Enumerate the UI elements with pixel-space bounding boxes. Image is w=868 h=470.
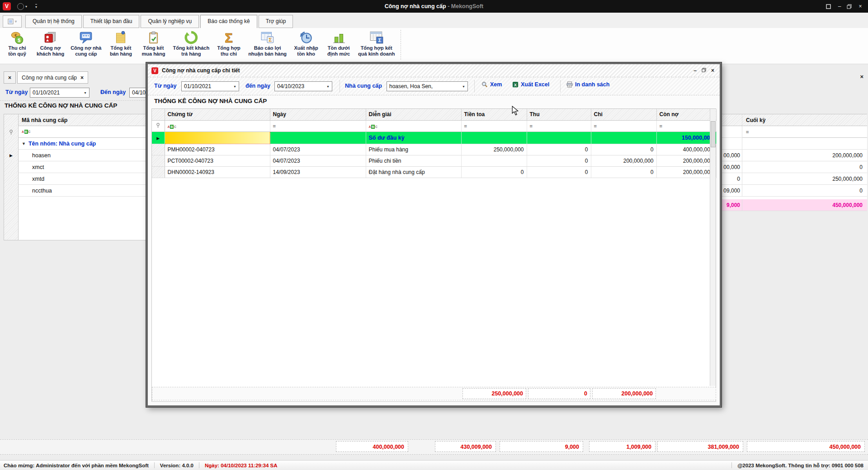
dialog-close-icon[interactable]: × bbox=[711, 67, 714, 74]
close-all-tab-button[interactable]: × bbox=[4, 71, 16, 84]
close-icon[interactable]: × bbox=[857, 3, 863, 9]
filter-cell-5[interactable]: = bbox=[527, 120, 591, 132]
equals-filter-icon[interactable]: = bbox=[660, 123, 662, 129]
cuoi-ky-filter-cell[interactable]: = bbox=[742, 126, 867, 138]
dialog-restore-icon[interactable] bbox=[702, 67, 706, 74]
column-header-1[interactable]: Chứng từ bbox=[165, 109, 270, 120]
combo-arrow-icon[interactable]: ▼ bbox=[326, 85, 330, 88]
bar-chart-icon bbox=[331, 30, 346, 45]
toolbar-button-thu-chi-ton-quy[interactable]: €$Thu chitồn quỹ bbox=[1, 28, 33, 57]
cuoi-ky-column-header[interactable]: Cuối kỳ bbox=[742, 114, 867, 126]
restore-icon[interactable] bbox=[847, 4, 853, 9]
filter-cell-3[interactable]: ABC bbox=[366, 120, 461, 132]
supplier-grid-filter-row: ABC bbox=[4, 126, 147, 138]
filter-cell-7[interactable]: = bbox=[656, 120, 716, 132]
supplier-row-nccthua[interactable]: nccthua bbox=[4, 185, 147, 197]
table-row-3[interactable]: DHN00002-14092314/09/2023Đặt hàng nhà cu… bbox=[152, 166, 716, 178]
ribbon-tab-4[interactable]: Báo cáo thống kê bbox=[200, 15, 257, 29]
quick-access-circle-button[interactable] bbox=[17, 3, 24, 10]
supplier-row-xmtd[interactable]: xmtd bbox=[4, 173, 147, 185]
toolbar-button-tong-hop-ket-qua-kinh-doanh[interactable]: ΣTổng hợp kếtquả kinh doanh bbox=[355, 28, 398, 57]
group-label: Tên nhóm: Nhà cung cấp bbox=[28, 141, 96, 147]
abc-filter-icon[interactable]: ABC bbox=[168, 125, 176, 129]
vertical-scrollbar[interactable] bbox=[710, 109, 716, 386]
combo-arrow-icon[interactable]: ▼ bbox=[233, 85, 236, 88]
table-row-2[interactable]: PCT00002-04072304/07/2023Phiếu chi tiền0… bbox=[152, 155, 716, 166]
period-row-3[interactable]: 0250,000,000 bbox=[722, 173, 867, 185]
ribbon-tab-5[interactable]: Trợ giúp bbox=[259, 15, 293, 28]
toolbar-button-tong-ket-ban-hang[interactable]: Tổng kếtbán hàng bbox=[104, 28, 137, 57]
clipped-filter-cell[interactable] bbox=[722, 126, 742, 138]
cell-dien-giai: Phiếu chi tiền bbox=[366, 155, 461, 166]
collapse-group-icon[interactable]: ▼ bbox=[22, 141, 26, 146]
ribbon-tab-2[interactable]: Thiết lập ban đầu bbox=[83, 15, 140, 28]
document-close-icon[interactable]: × bbox=[860, 73, 863, 80]
scrollbar-thumb[interactable] bbox=[711, 121, 716, 147]
cuoi-ky-value-cell: 200,000,000 bbox=[742, 150, 867, 161]
toolbar-label-line1: Thu chi bbox=[8, 45, 26, 51]
equals-filter-icon[interactable]: = bbox=[530, 123, 533, 129]
column-header-6[interactable]: Chi bbox=[591, 109, 656, 120]
supplier-row-xmct[interactable]: xmct bbox=[4, 161, 147, 173]
toolbar-button-xuat-nhap-ton-kho[interactable]: Xuất nhậptồn kho bbox=[290, 28, 322, 57]
column-header-5[interactable]: Thu bbox=[527, 109, 591, 120]
close-tab-icon[interactable]: × bbox=[80, 75, 84, 81]
abc-filter-icon[interactable]: ABC bbox=[369, 125, 377, 129]
period-row-2[interactable]: 00,0000 bbox=[722, 161, 867, 173]
fullscreen-icon[interactable] bbox=[826, 4, 832, 9]
period-row-1[interactable]: 00,000200,000,000 bbox=[722, 150, 867, 161]
quick-access-dropdown-icon[interactable]: ▾ bbox=[25, 5, 27, 9]
export-excel-button[interactable]: X Xuất Excel bbox=[512, 81, 549, 88]
filter-row-indicator[interactable] bbox=[152, 120, 165, 132]
period-grid-header-row: Cuối kỳ bbox=[722, 114, 867, 126]
dialog-from-date-combo[interactable]: 01/10/2021▼ bbox=[181, 81, 239, 91]
ribbon-menu-button[interactable]: ▿ bbox=[3, 15, 22, 28]
view-button[interactable]: Xem bbox=[481, 81, 502, 88]
toolbar-label-line2: mua hàng bbox=[142, 51, 165, 57]
equals-filter-icon[interactable]: = bbox=[594, 123, 597, 129]
period-row-4[interactable]: 09,0000 bbox=[722, 185, 867, 197]
equals-filter-icon[interactable]: = bbox=[464, 123, 467, 129]
dialog-minimize-icon[interactable]: – bbox=[693, 67, 697, 74]
opening-balance-row[interactable]: ▶Số dư đầu kỳ150,000,000 bbox=[152, 132, 716, 144]
supplier-row-hoasen[interactable]: ▶hoasen bbox=[4, 150, 147, 161]
toolbar-button-cong-no-khach-hang[interactable]: Công nợkhách hàng bbox=[33, 28, 67, 57]
toolbar-button-tong-hop-thu-chi[interactable]: ΣTổng hợpthu chi bbox=[212, 28, 245, 57]
dialog-to-date-combo[interactable]: 04/10/2023▼ bbox=[274, 81, 332, 91]
minimize-icon[interactable]: – bbox=[836, 3, 843, 9]
tab-cong-no-nha-cung-cap[interactable]: Công nợ nhà cung cấp × bbox=[17, 71, 88, 84]
column-header-3[interactable]: Diễn giải bbox=[366, 109, 461, 120]
toolbar-button-cong-no-nha-cung-cap[interactable]: Công nợ nhàcung cấp bbox=[67, 28, 104, 57]
focused-cell[interactable] bbox=[165, 132, 270, 144]
customize-toolbar-arrow-icon[interactable]: ▾ bbox=[35, 4, 37, 9]
combo-arrow-icon[interactable]: ▼ bbox=[84, 91, 87, 94]
toolbar-button-tong-ket-khach-tra-hang[interactable]: Tổng kết kháchtrả hàng bbox=[170, 28, 212, 57]
abc-filter-icon[interactable]: ABC bbox=[22, 130, 30, 134]
ribbon-tab-3[interactable]: Quản lý nghiệp vụ bbox=[141, 15, 199, 28]
ribbon-tab-bar: ▿ Quản trị hệ thốngThiết lập ban đầuQuản… bbox=[0, 13, 868, 28]
toolbar-button-tong-ket-mua-hang[interactable]: Tổng kếtmua hàng bbox=[137, 28, 170, 57]
filter-cell-6[interactable]: = bbox=[591, 120, 656, 132]
dialog-supplier-combo[interactable]: hoasen, Hoa Sen,▼ bbox=[387, 81, 468, 91]
ribbon-tab-1[interactable]: Quản trị hệ thống bbox=[25, 15, 82, 28]
equals-filter-icon[interactable]: = bbox=[746, 129, 749, 135]
equals-filter-icon[interactable]: = bbox=[273, 123, 276, 129]
column-header-2[interactable]: Ngày bbox=[270, 109, 366, 120]
toolbar-button-ton-duoi-dinh-muc[interactable]: Tồn dướiđịnh mức bbox=[322, 28, 355, 57]
supplier-code-column-header[interactable]: Mã nhà cung cấp bbox=[19, 114, 147, 126]
column-header-7[interactable]: Còn nợ bbox=[656, 109, 716, 120]
close-icon[interactable]: × bbox=[8, 75, 11, 81]
print-list-button[interactable]: In danh sách bbox=[566, 81, 609, 88]
combo-arrow-icon[interactable]: ▼ bbox=[462, 85, 465, 88]
cell-ngay: 04/07/2023 bbox=[270, 155, 366, 166]
table-row-1[interactable]: PMH00002-04072304/07/2023Phiếu mua hàng2… bbox=[152, 144, 716, 155]
filter-cell-2[interactable]: = bbox=[270, 120, 366, 132]
dialog-titlebar[interactable]: V Công nợ nhà cung cấp chi tiết – × bbox=[148, 64, 720, 77]
filter-cell-4[interactable]: = bbox=[461, 120, 527, 132]
background-from-date-combo[interactable]: 01/10/2021▼ bbox=[30, 88, 90, 98]
toolbar-button-bao-cao-loi-nhuan-ban-hang[interactable]: ΣBáo cáo lợinhuận bán hàng bbox=[245, 28, 290, 57]
supplier-filter-cell[interactable]: ABC bbox=[19, 126, 147, 138]
supplier-group-row[interactable]: ▼Tên nhóm: Nhà cung cấp bbox=[4, 138, 147, 150]
filter-cell-1[interactable]: ABC bbox=[165, 120, 270, 132]
column-header-4[interactable]: Tiền toa bbox=[461, 109, 527, 120]
